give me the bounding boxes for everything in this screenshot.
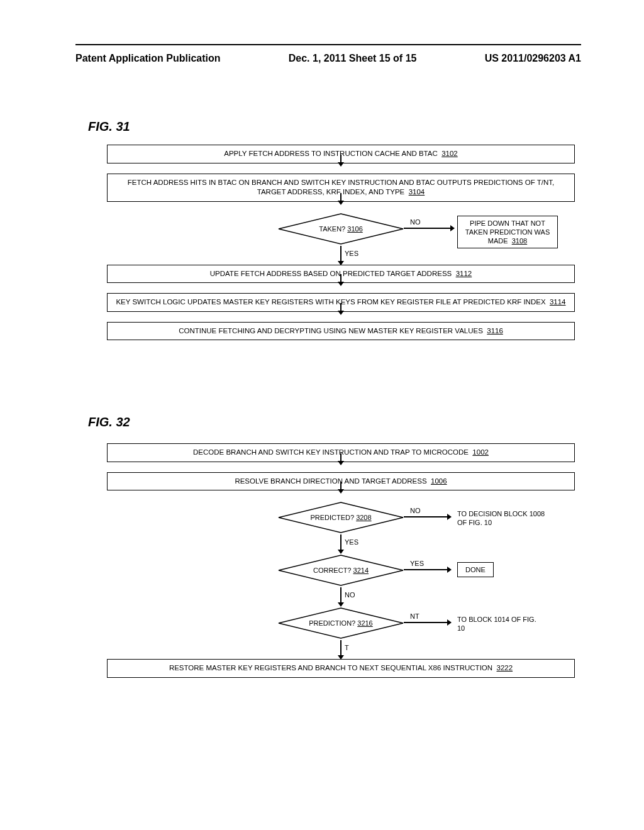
- ref-number: 3106: [347, 225, 362, 233]
- branch-no-label: NO: [410, 218, 421, 226]
- header-right: US 2011/0296203 A1: [485, 53, 581, 64]
- ref-number: 3116: [487, 327, 503, 335]
- box-text: CONTINUE FETCHING AND DECRYPTING USING N…: [179, 327, 483, 335]
- ref-number: 1006: [431, 477, 447, 485]
- box-text: RESOLVE BRANCH DIRECTION AND TARGET ADDR…: [235, 477, 426, 485]
- figure-31-label: FIG. 31: [88, 119, 130, 134]
- decision-correct: CORRECT? 3214 YES DONE: [107, 553, 575, 587]
- ref-number: 3114: [550, 298, 566, 306]
- ref-number: 1002: [472, 448, 489, 456]
- decision-text: PREDICTED?: [310, 514, 354, 521]
- branch-t-label: T: [345, 644, 349, 651]
- decision-prediction: PREDICTION? 3216 NT TO BLOCK 1014 OF FIG…: [107, 606, 575, 640]
- branch-no-label: NO: [410, 507, 421, 514]
- branch-yes-label: YES: [345, 538, 358, 546]
- branch-yes-label: YES: [345, 250, 358, 257]
- box-text: DONE: [465, 566, 486, 573]
- ref-number: 3104: [409, 188, 425, 196]
- box-text: UPDATE FETCH ADDRESS BASED ON PREDICTED …: [210, 270, 452, 277]
- figure-31-diagram: APPLY FETCH ADDRESS TO INSTRUCTION CACHE…: [107, 145, 575, 340]
- ref-number: 3108: [512, 237, 527, 245]
- branch-yes-label: YES: [410, 560, 424, 567]
- decision-predicted: PREDICTED? 3208 NO TO DECISION BLOCK 100…: [107, 501, 575, 534]
- box-text: PIPE DOWN THAT NOT TAKEN PREDICTION WAS …: [465, 219, 550, 245]
- decision-text: CORRECT?: [313, 567, 352, 574]
- branch-no-label: NO: [345, 591, 355, 599]
- arrow-right-icon: [404, 228, 454, 229]
- flowchart-box-pipe-down: PIPE DOWN THAT NOT TAKEN PREDICTION WAS …: [457, 216, 558, 249]
- reference-text: TO DECISION BLOCK 1008 OF FIG. 10: [457, 509, 545, 528]
- figure-32-label: FIG. 32: [88, 415, 130, 429]
- ref-number: 3112: [456, 270, 472, 277]
- reference-text: TO BLOCK 1014 OF FIG. 10: [457, 615, 545, 633]
- decision-text: TAKEN?: [319, 225, 345, 233]
- box-text: DECODE BRANCH AND SWITCH KEY INSTRUCTION…: [193, 448, 469, 456]
- flowchart-box-restore-master: RESTORE MASTER KEY REGISTERS AND BRANCH …: [107, 659, 575, 678]
- ref-number: 3216: [357, 619, 372, 627]
- page-header: Patent Application Publication Dec. 1, 2…: [75, 53, 581, 64]
- figure-32-diagram: DECODE BRANCH AND SWITCH KEY INSTRUCTION…: [107, 443, 575, 678]
- decision-text: PREDICTION?: [309, 619, 355, 627]
- header-separator: [75, 44, 581, 45]
- box-text: RESTORE MASTER KEY REGISTERS AND BRANCH …: [169, 664, 492, 672]
- flowchart-box-continue-fetch: CONTINUE FETCHING AND DECRYPTING USING N…: [107, 322, 575, 341]
- branch-nt-label: NT: [410, 612, 419, 620]
- box-text: KEY SWITCH LOGIC UPDATES MASTER KEY REGI…: [116, 298, 545, 306]
- arrow-right-icon: [404, 516, 451, 517]
- decision-taken: TAKEN? 3106 NO PIPE DOWN THAT NOT TAKEN …: [107, 212, 575, 246]
- ref-number: 3208: [356, 514, 371, 521]
- ref-number: 3102: [441, 150, 458, 157]
- box-text: APPLY FETCH ADDRESS TO INSTRUCTION CACHE…: [224, 150, 438, 157]
- arrow-right-icon: [404, 622, 451, 623]
- flowchart-box-done: DONE: [457, 562, 494, 577]
- ref-number: 3214: [353, 567, 369, 574]
- header-center: Dec. 1, 2011 Sheet 15 of 15: [289, 53, 417, 64]
- header-left: Patent Application Publication: [75, 53, 221, 64]
- arrow-right-icon: [404, 569, 451, 570]
- ref-number: 3222: [497, 664, 513, 672]
